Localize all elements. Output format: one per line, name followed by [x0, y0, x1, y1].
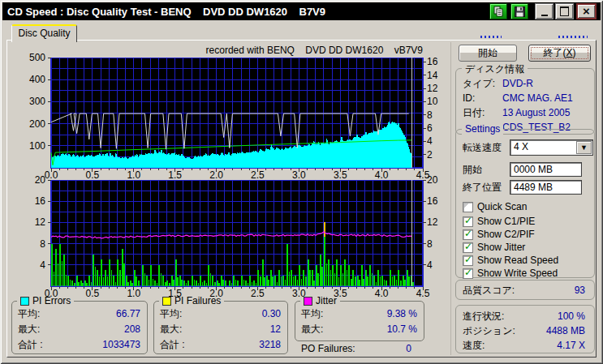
checkbox-show-read-speed[interactable]: ✓ Show Read Speed	[456, 254, 594, 267]
check-icon: ✓	[464, 228, 472, 239]
axis-label: 3.5	[329, 288, 351, 299]
stat-row: 最大:12	[154, 322, 287, 337]
check-icon: ✓	[464, 241, 472, 252]
quality-score-group: 品質スコア: 93	[455, 280, 595, 300]
save-button[interactable]	[510, 3, 528, 19]
speed-row: 速度:4.17 X	[456, 338, 594, 353]
axis-label: 16	[21, 195, 45, 207]
axis-label: 1.0	[123, 169, 144, 181]
speed-value: 4 X	[514, 141, 528, 152]
chart-header: recorded with BENQ DVD DD DW1620 vB7V9	[51, 45, 423, 56]
stat-row: 平均:9.38 %	[295, 306, 424, 322]
checkbox-box[interactable]: ✓	[463, 216, 473, 227]
exit-button[interactable]: 終了(X)	[528, 45, 591, 62]
checkbox-label: Show Write Speed	[477, 268, 558, 279]
axis-label: 2	[427, 149, 446, 161]
disc-info-row-type: タイプ:DVD-R	[456, 76, 594, 91]
checkbox-show-write-speed[interactable]: ✓ Show Write Speed	[456, 267, 594, 280]
checkbox-box[interactable]: ✓	[463, 268, 473, 279]
start-button-label: 開始	[478, 47, 497, 58]
end-position-label: 終了位置	[463, 181, 510, 195]
minimize-button[interactable]	[535, 3, 553, 19]
axis-label: 0.0	[41, 288, 62, 299]
checkbox-label: Show C1/PIE	[477, 216, 535, 227]
check-icon: ✓	[464, 215, 472, 226]
progress-group: 進行状況:100 % ポジション:4488 MB 速度:4.17 X	[455, 305, 595, 353]
application-window: CD Speed : Disc Quality Test - BENQ DVD …	[0, 0, 603, 364]
axis-label: 2.0	[206, 169, 227, 181]
settings-title: Settings	[462, 123, 503, 135]
pi-errors-chart	[48, 58, 427, 173]
tab-label: Disc Quality	[18, 28, 70, 39]
checkbox-label: Show Jitter	[477, 242, 525, 253]
close-button[interactable]: ×	[576, 3, 597, 19]
checkbox-label: Show Read Speed	[477, 255, 558, 266]
checkbox-quick-scan[interactable]: ✓ Quick Scan	[456, 200, 594, 213]
axis-label: 4.0	[371, 288, 392, 299]
po-failures-value: 0	[406, 343, 411, 354]
axis-label: 2.5	[247, 169, 268, 181]
checkbox-box[interactable]: ✓	[463, 202, 473, 212]
checkbox-show-c1-pie[interactable]: ✓ Show C1/PIE	[456, 215, 594, 228]
axis-label: 4	[21, 259, 45, 271]
axis-label: 6	[427, 122, 446, 134]
checkbox-label: Quick Scan	[477, 201, 527, 212]
axis-label: 16	[427, 195, 446, 207]
po-failures-label: PO Failures:	[301, 343, 355, 354]
axis-label: 300	[21, 96, 45, 107]
axis-label: 12	[21, 216, 45, 228]
axis-label: 8	[427, 238, 446, 250]
checkbox-box[interactable]: ✓	[463, 242, 473, 253]
settings-group: Settings 転送速度 4 X ▼ 開始 0000 MB 終了位置 4489…	[455, 129, 595, 278]
speed-label: 転送速度	[463, 141, 510, 155]
axis-label: 1.0	[123, 288, 144, 299]
close-icon: ×	[583, 5, 590, 18]
stat-row: 最大:10.7 %	[295, 322, 424, 337]
axis-label: 4.5	[412, 288, 433, 299]
screen-artifact	[558, 36, 588, 38]
axis-label: 20	[427, 174, 446, 186]
checkbox-box[interactable]: ✓	[463, 229, 473, 240]
axis-label: 12	[427, 83, 446, 94]
disc-info-row-date: 日付:13 August 2005	[456, 105, 594, 120]
checkbox-show-jitter[interactable]: ✓ Show Jitter	[456, 241, 594, 254]
axis-label: 0.5	[82, 288, 103, 299]
quality-score-row: 品質スコア: 93	[456, 280, 594, 298]
axis-label: 14	[427, 70, 446, 81]
axis-label: 4.0	[371, 169, 392, 181]
axis-label: 8	[21, 238, 45, 250]
start-button[interactable]: 開始	[459, 45, 517, 62]
checkbox-box[interactable]: ✓	[463, 255, 473, 266]
checkbox-label: Show C2/PIF	[477, 229, 535, 240]
stat-row: 平均:66.77	[12, 306, 147, 322]
maximize-button[interactable]	[555, 3, 574, 19]
stat-row: 最大:208	[12, 322, 147, 337]
end-position-input[interactable]: 4489 MB	[510, 180, 582, 195]
start-position-input[interactable]: 0000 MB	[510, 162, 582, 177]
save-icon	[514, 6, 526, 18]
tab-disc-quality[interactable]: Disc Quality	[11, 24, 77, 42]
axis-label: 1.5	[165, 288, 186, 299]
screen-artifact	[480, 36, 502, 38]
axis-label: 2.5	[247, 288, 268, 299]
copy-button[interactable]	[489, 3, 507, 19]
pi-failures-stat-box: PI Failures 平均:0.30 最大:12 合計 :3218	[153, 301, 288, 354]
axis-label: 8	[427, 109, 446, 121]
axis-label: 200	[21, 118, 45, 130]
check-icon: ✓	[464, 267, 472, 278]
axis-label: 20	[21, 174, 45, 186]
stat-row: 平均:0.30	[154, 306, 287, 322]
axis-label: 3.0	[288, 169, 309, 181]
check-icon: ✓	[464, 254, 472, 265]
speed-select[interactable]: 4 X ▼	[510, 139, 593, 156]
window-title: CD Speed : Disc Quality Test - BENQ DVD …	[7, 6, 325, 18]
quality-score-label: 品質スコア:	[463, 283, 515, 298]
axis-label: 3.5	[329, 169, 351, 181]
maximize-icon	[560, 6, 569, 16]
copy-icon	[493, 6, 505, 18]
quality-score-value: 93	[575, 283, 585, 298]
axis-label: 100	[21, 140, 45, 152]
chevron-down-icon[interactable]: ▼	[576, 141, 592, 154]
checkbox-show-c2-pif[interactable]: ✓ Show C2/PIF	[456, 228, 594, 241]
position-row: ポジション:4488 MB	[456, 323, 594, 338]
